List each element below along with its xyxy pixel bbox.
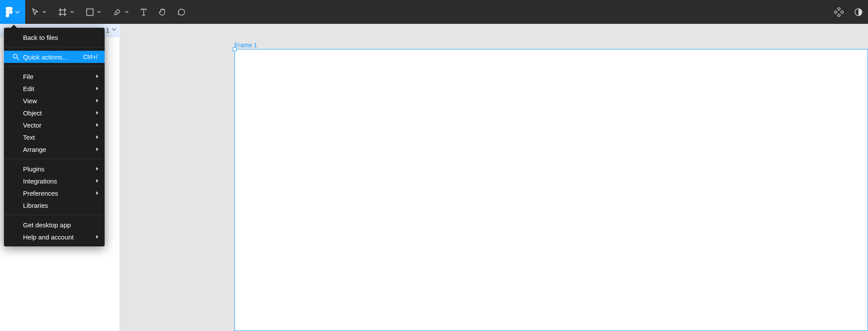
move-tool-icon [31, 8, 39, 16]
menu-separator [4, 159, 105, 159]
rectangle-tool-icon [86, 8, 94, 16]
components-button[interactable] [829, 0, 849, 24]
menu-item-label: Edit [23, 85, 98, 92]
menu-item-label: Text [23, 134, 98, 141]
submenu-arrow-icon [96, 147, 99, 151]
submenu-arrow-icon [96, 111, 99, 115]
chevron-down-icon [70, 11, 74, 13]
chevron-down-icon [125, 11, 129, 13]
search-icon [13, 54, 19, 60]
menu-vector[interactable]: Vector [4, 119, 105, 131]
comment-tool[interactable] [172, 0, 191, 24]
menu-back-to-files[interactable]: Back to files [4, 31, 105, 43]
submenu-arrow-icon [96, 179, 99, 183]
chevron-down-icon [112, 28, 116, 31]
frame-1[interactable] [234, 49, 868, 331]
layer-name-peek: 1 [106, 27, 109, 34]
menu-separator [4, 47, 105, 47]
menu-plugins[interactable]: Plugins [4, 163, 105, 175]
menu-item-label: Back to files [23, 34, 98, 41]
svg-point-2 [116, 12, 118, 13]
frame-tool[interactable] [52, 0, 80, 24]
frame-tool-icon [58, 8, 67, 16]
svg-rect-4 [837, 13, 840, 16]
tool-group-left [25, 0, 191, 24]
menu-item-label: Help and account [23, 233, 98, 241]
hand-tool-icon [158, 8, 167, 16]
chevron-down-icon [15, 11, 20, 13]
hand-tool[interactable] [153, 0, 172, 24]
shape-tool[interactable] [80, 0, 107, 24]
components-icon [834, 7, 844, 17]
canvas[interactable]: Frame 1 [120, 24, 868, 331]
main-menu: Back to files Quick actions… Ctrl+/ File… [4, 28, 105, 246]
svg-rect-1 [87, 9, 93, 15]
submenu-arrow-icon [96, 98, 99, 103]
figma-logo-icon [6, 7, 13, 17]
pen-tool[interactable] [107, 0, 135, 24]
submenu-arrow-icon [96, 123, 99, 127]
menu-separator [4, 215, 105, 215]
menu-separator [4, 66, 105, 67]
menu-item-label: View [23, 97, 98, 105]
menu-view[interactable]: View [4, 95, 105, 107]
menu-preferences[interactable]: Preferences [4, 187, 105, 199]
menu-item-label: Plugins [23, 165, 98, 173]
submenu-arrow-icon [96, 86, 99, 91]
tool-group-right [829, 0, 868, 24]
mask-icon [854, 8, 863, 16]
menu-item-label: Object [23, 109, 98, 117]
menu-libraries[interactable]: Libraries [4, 199, 105, 211]
mask-button[interactable] [849, 0, 868, 24]
submenu-arrow-icon [96, 135, 99, 139]
toolbar [0, 0, 868, 24]
menu-item-label: File [23, 73, 98, 80]
submenu-arrow-icon [96, 167, 99, 171]
menu-item-label: Vector [23, 121, 98, 129]
frame-label[interactable]: Frame 1 [234, 42, 257, 49]
menu-item-label: Preferences [23, 190, 98, 197]
menu-integrations[interactable]: Integrations [4, 175, 105, 187]
menu-file[interactable]: File [4, 70, 105, 82]
submenu-arrow-icon [96, 191, 99, 195]
submenu-arrow-icon [96, 74, 99, 79]
menu-item-label: Integrations [23, 177, 98, 185]
svg-point-0 [9, 10, 13, 14]
text-tool-icon [140, 8, 148, 16]
menu-item-label: Libraries [23, 202, 98, 209]
chevron-down-icon [97, 11, 101, 13]
menu-text[interactable]: Text [4, 131, 105, 143]
submenu-arrow-icon [96, 235, 99, 239]
menu-quick-actions[interactable]: Quick actions… Ctrl+/ [4, 51, 105, 63]
svg-rect-6 [841, 10, 844, 13]
text-tool[interactable] [135, 0, 153, 24]
menu-object[interactable]: Object [4, 107, 105, 119]
menu-shortcut: Ctrl+/ [83, 53, 98, 60]
selection-handle-top-left[interactable] [233, 47, 237, 51]
comment-tool-icon [177, 8, 186, 16]
svg-point-8 [13, 54, 17, 58]
menu-item-label: Quick actions… [23, 53, 83, 61]
svg-rect-5 [834, 10, 837, 13]
menu-edit[interactable]: Edit [4, 82, 105, 95]
pen-tool-icon [113, 8, 122, 16]
menu-arrange[interactable]: Arrange [4, 143, 105, 155]
chevron-down-icon [43, 11, 46, 13]
move-tool[interactable] [25, 0, 52, 24]
figma-menu-button[interactable] [0, 0, 25, 24]
menu-help-and-account[interactable]: Help and account [4, 231, 105, 243]
menu-item-label: Arrange [23, 146, 98, 153]
menu-item-label: Get desktop app [23, 221, 98, 229]
svg-rect-3 [837, 7, 840, 10]
menu-get-desktop-app[interactable]: Get desktop app [4, 219, 105, 231]
